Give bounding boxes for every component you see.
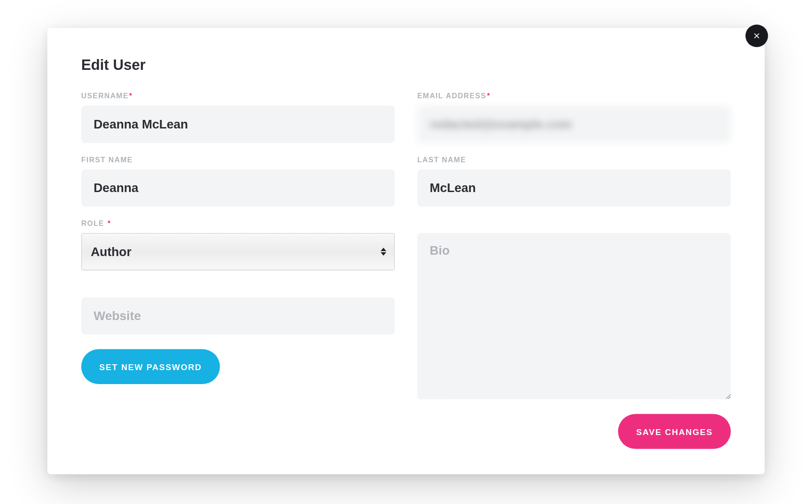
username-input[interactable] — [81, 106, 395, 143]
required-mark: * — [129, 92, 133, 100]
website-input[interactable] — [81, 298, 395, 335]
role-label-text: ROLE — [81, 219, 104, 228]
required-mark: * — [107, 219, 111, 228]
email-label: EMAIL ADDRESS* — [417, 92, 731, 100]
required-mark: * — [487, 92, 490, 100]
role-select[interactable]: Author — [82, 234, 394, 270]
role-label: ROLE * — [81, 219, 395, 228]
save-changes-button[interactable]: SAVE CHANGES — [618, 414, 731, 449]
first-name-input[interactable] — [81, 170, 395, 207]
edit-user-form: USERNAME* FIRST NAME ROLE * Author — [81, 92, 731, 399]
email-label-text: EMAIL ADDRESS — [417, 92, 486, 100]
role-select-wrapper[interactable]: Author — [81, 233, 395, 270]
username-label: USERNAME* — [81, 92, 395, 100]
close-button[interactable] — [746, 25, 768, 47]
email-input[interactable] — [417, 106, 731, 143]
username-label-text: USERNAME — [81, 92, 129, 100]
edit-user-modal: Edit User USERNAME* FIRST NAME ROLE * Au… — [47, 28, 765, 474]
modal-footer: SAVE CHANGES — [81, 414, 731, 449]
close-icon — [752, 32, 761, 41]
last-name-input[interactable] — [417, 170, 731, 207]
modal-title: Edit User — [81, 56, 731, 74]
set-new-password-button[interactable]: SET NEW PASSWORD — [81, 349, 220, 385]
bio-textarea[interactable] — [417, 233, 731, 399]
first-name-label: FIRST NAME — [81, 156, 395, 164]
last-name-label: LAST NAME — [417, 156, 731, 164]
